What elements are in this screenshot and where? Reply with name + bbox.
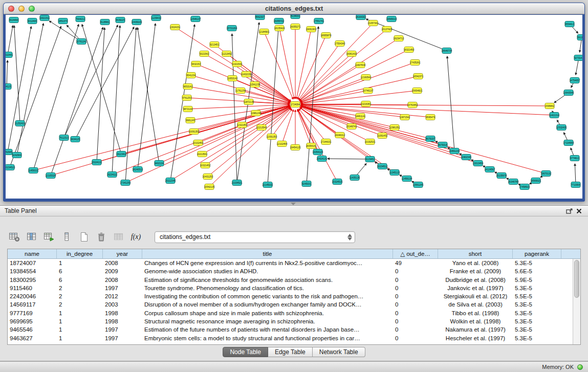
network-node[interactable]: 18164302: [356, 15, 366, 20]
network-node[interactable]: 10761241: [76, 39, 87, 45]
network-node[interactable]: 9595479: [426, 115, 435, 120]
network-node[interactable]: 20424131: [317, 156, 328, 162]
network-node[interactable]: 13013456: [473, 161, 484, 166]
network-node[interactable]: 19123411: [116, 151, 127, 157]
network-node[interactable]: 10321452: [200, 163, 211, 168]
network-node[interactable]: 11239432: [151, 15, 162, 21]
network-node[interactable]: 7612313: [59, 135, 69, 141]
network-node[interactable]: 9554413: [565, 21, 574, 27]
network-node[interactable]: 17554340: [335, 41, 345, 47]
column-header-year[interactable]: year: [103, 249, 142, 258]
network-node[interactable]: 16055271: [290, 24, 301, 30]
network-node[interactable]: 9679318: [438, 142, 447, 148]
column-header-out_degree[interactable]: △ out_de…: [393, 249, 438, 258]
network-node[interactable]: 19354124: [313, 149, 323, 155]
network-node[interactable]: 11872135: [244, 99, 254, 105]
network-node[interactable]: 10192531: [365, 139, 376, 145]
network-node[interactable]: 19061903: [306, 27, 317, 32]
network-node[interactable]: 17341250: [120, 180, 131, 186]
network-node[interactable]: 13871542: [400, 115, 410, 120]
new-column-icon[interactable]: [42, 230, 56, 244]
network-node[interactable]: 12532435: [556, 125, 567, 130]
network-node[interactable]: 11213452: [222, 51, 232, 57]
network-node[interactable]: 11321543: [232, 61, 243, 67]
column-header-short[interactable]: short: [438, 249, 513, 258]
network-node[interactable]: 8352945: [6, 149, 12, 155]
show-columns-icon[interactable]: [25, 230, 38, 244]
function-builder-icon[interactable]: f(x): [129, 230, 143, 244]
tab-edge-table[interactable]: Edge Table: [268, 347, 313, 357]
close-window-button[interactable]: [8, 6, 14, 12]
network-node[interactable]: 14461141: [355, 114, 366, 119]
network-node[interactable]: 20610441: [6, 52, 13, 58]
network-node[interactable]: 9123451: [365, 157, 375, 162]
network-node[interactable]: 8679197: [426, 136, 435, 142]
table-row[interactable]: 1456911722003Disruption of a novel membe…: [8, 300, 580, 309]
network-node[interactable]: 12105324: [46, 173, 56, 179]
network-node[interactable]: 12184901: [259, 29, 270, 35]
network-node[interactable]: 5913441: [577, 35, 582, 40]
network-node[interactable]: 10234512: [377, 164, 388, 169]
network-node[interactable]: 9321542: [200, 51, 209, 57]
table-row[interactable]: 1830029562008Estimation of significance …: [8, 276, 580, 284]
network-node[interactable]: 10324515: [332, 179, 343, 185]
network-node[interactable]: 9981245: [186, 118, 195, 123]
table-row[interactable]: 911546021997Tourette syndrome. Phenomeno…: [8, 284, 580, 292]
network-node[interactable]: 9934125: [71, 137, 80, 142]
network-node[interactable]: 12321453: [237, 122, 248, 128]
network-node[interactable]: 21252419: [15, 121, 26, 126]
table-row[interactable]: 946554611997Estimation of the future num…: [8, 325, 580, 334]
network-node[interactable]: 12091353: [267, 134, 277, 140]
network-node[interactable]: 17244031: [321, 139, 332, 145]
column-header-pagerank[interactable]: pagerank: [513, 249, 561, 258]
network-node[interactable]: 10102453: [193, 140, 204, 146]
network-node[interactable]: 12102454: [277, 141, 288, 147]
network-node[interactable]: 8134031: [291, 15, 300, 19]
table-settings-icon[interactable]: [7, 230, 21, 244]
network-node[interactable]: 11541235: [250, 82, 260, 87]
network-node[interactable]: 11435126: [350, 175, 360, 181]
tab-network-table[interactable]: Network Table: [313, 347, 365, 357]
network-node[interactable]: 15349741: [346, 124, 357, 129]
network-node[interactable]: 9242904: [12, 152, 21, 158]
zoom-window-button[interactable]: [29, 6, 35, 12]
network-node[interactable]: 10022311: [39, 15, 50, 21]
network-node[interactable]: 11653143: [227, 76, 238, 81]
network-node[interactable]: 7904212: [76, 16, 85, 22]
network-node[interactable]: 11981246: [251, 111, 262, 116]
network-node[interactable]: 18569021: [531, 178, 541, 184]
network-node[interactable]: 8562307: [255, 15, 265, 20]
network-node[interactable]: 9273141: [574, 55, 582, 61]
network-node[interactable]: 7710954: [571, 182, 580, 188]
table-row[interactable]: 1938455462009Genome-wide association stu…: [8, 267, 580, 275]
network-node[interactable]: 9213451: [210, 42, 219, 48]
network-node[interactable]: 21057341: [368, 20, 379, 26]
network-node[interactable]: 9872134: [183, 106, 192, 112]
network-node[interactable]: 11902345: [461, 155, 472, 160]
network-node[interactable]: 18321450: [404, 47, 415, 53]
float-panel-icon[interactable]: [565, 207, 574, 215]
network-node[interactable]: 16346789: [508, 179, 519, 185]
network-node[interactable]: 7134125: [6, 84, 11, 90]
network-node[interactable]: 22145032: [263, 182, 273, 188]
network-node[interactable]: 13024151: [170, 25, 181, 30]
network-canvas-svg[interactable]: 1724094121849011823542416055271190619031…: [6, 15, 582, 199]
network-node[interactable]: 17435261: [410, 60, 421, 65]
network-node[interactable]: 14124567: [485, 167, 495, 172]
network-node[interactable]: 1851374: [58, 18, 68, 24]
network-node[interactable]: 19670132: [541, 171, 552, 177]
network-node[interactable]: 14763452: [407, 102, 418, 108]
window-titlebar[interactable]: citations_edges.txt: [4, 3, 584, 14]
delete-table-icon[interactable]: [94, 230, 108, 244]
network-node[interactable]: 10439109: [132, 19, 142, 25]
network-node[interactable]: 12213542: [256, 125, 267, 130]
network-node[interactable]: 9653142: [183, 84, 192, 90]
network-node[interactable]: 11091452: [377, 133, 388, 139]
table-scrollbar[interactable]: [573, 259, 580, 344]
network-node[interactable]: 9541234: [186, 73, 195, 78]
network-node[interactable]: 8024494: [9, 17, 18, 23]
network-node[interactable]: 1595842: [545, 103, 554, 109]
network-node[interactable]: 15235678: [496, 173, 507, 179]
network-node[interactable]: 11421314: [549, 113, 560, 118]
network-node[interactable]: 10746137: [363, 88, 374, 94]
